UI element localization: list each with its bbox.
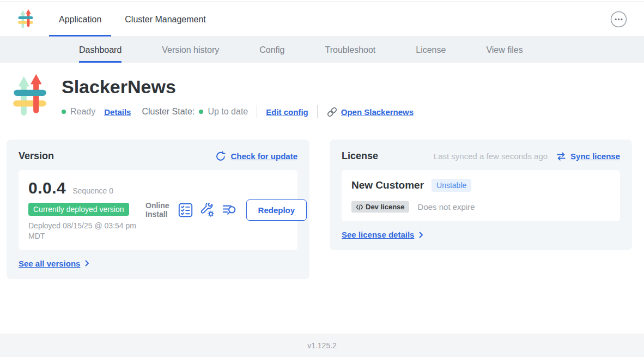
license-panel: New Customer Unstable Dev license Does n… (342, 170, 620, 221)
app-status-text: Ready (70, 107, 95, 117)
install-type-label: Online Install (145, 201, 169, 220)
customer-name: New Customer (351, 179, 424, 191)
deploy-logs-icon[interactable] (222, 203, 236, 217)
subtab-troubleshoot[interactable]: Troubleshoot (325, 37, 375, 63)
app-subnav: Dashboard Version history Config Trouble… (0, 37, 644, 63)
license-card-title: License (342, 150, 378, 162)
cluster-status-dot (199, 110, 203, 114)
refresh-icon (215, 151, 226, 162)
subtab-view-files[interactable]: View files (486, 37, 523, 63)
top-divider (0, 0, 644, 2)
redeploy-button[interactable]: Redeploy (246, 199, 307, 221)
open-app-label: Open Slackernews (341, 107, 414, 117)
dashboard-cards: Version Check for update (7, 140, 632, 279)
deployed-badge: Currently deployed version (28, 203, 129, 216)
check-for-update-link[interactable]: Check for update (215, 151, 297, 162)
version-card-title: Version (19, 150, 54, 162)
divider (257, 105, 257, 118)
code-icon (356, 204, 366, 210)
subtab-version-history[interactable]: Version history (162, 37, 219, 63)
chain-link-icon (326, 106, 338, 118)
admin-console-screen: Application Cluster Management Dashboard… (0, 0, 644, 357)
license-type-badge: Dev license (351, 201, 409, 213)
footer-bar: v1.125.2 (0, 334, 644, 357)
license-type-label: Dev license (366, 203, 405, 211)
ellipsis-icon (610, 11, 627, 28)
cluster-state-value: Up to date (208, 107, 248, 117)
see-license-details-link[interactable]: See license details (342, 230, 414, 239)
config-wrench-icon[interactable] (200, 203, 215, 217)
header-tabs: Application Cluster Management (58, 3, 228, 37)
subtab-config[interactable]: Config (259, 37, 284, 63)
page-title: SlackerNews (62, 77, 414, 97)
app-status-dot (62, 110, 66, 114)
chevron-right-icon (84, 260, 90, 267)
console-version: v1.125.2 (307, 341, 337, 350)
sync-arrows-icon (556, 151, 567, 162)
subtab-license[interactable]: License (416, 37, 446, 63)
app-header: SlackerNews Ready Details Cluster State:… (13, 74, 414, 119)
app-status-row: Ready Details Cluster State: Up to date … (62, 105, 414, 118)
app-logo-icon (18, 9, 33, 29)
channel-badge: Unstable (432, 179, 471, 192)
expiry-text: Does not expire (418, 202, 475, 211)
sync-license-link[interactable]: Sync license (570, 152, 620, 161)
divider (317, 105, 318, 118)
app-logo-large (13, 74, 47, 119)
last-synced-text: Last synced a few seconds ago (434, 152, 548, 161)
edit-config-link[interactable]: Edit config (266, 107, 308, 117)
version-card: Version Check for update (7, 140, 309, 279)
current-version-panel: 0.0.4 Sequence 0 Currently deployed vers… (19, 170, 297, 250)
deployed-timestamp: Deployed 08/15/25 @ 03:54 pm MDT (28, 221, 143, 241)
open-app-link[interactable]: Open Slackernews (326, 106, 414, 118)
header-nav: Application Cluster Management (0, 3, 644, 37)
chevron-right-icon (418, 232, 424, 238)
subtab-dashboard[interactable]: Dashboard (79, 37, 121, 63)
sequence-label: Sequence 0 (72, 186, 113, 195)
preflight-checks-icon[interactable] (178, 203, 193, 217)
license-card: License Last synced a few seconds ago Sy… (330, 140, 632, 250)
tab-cluster-management[interactable]: Cluster Management (124, 3, 207, 37)
overflow-menu-button[interactable] (610, 11, 627, 28)
tab-application[interactable]: Application (58, 3, 102, 37)
version-number: 0.0.4 (28, 179, 66, 197)
details-link[interactable]: Details (104, 107, 131, 117)
cluster-state-label: Cluster State: (142, 107, 195, 117)
check-for-update-label: Check for update (230, 152, 297, 161)
see-all-versions-link[interactable]: See all versions (19, 259, 80, 268)
